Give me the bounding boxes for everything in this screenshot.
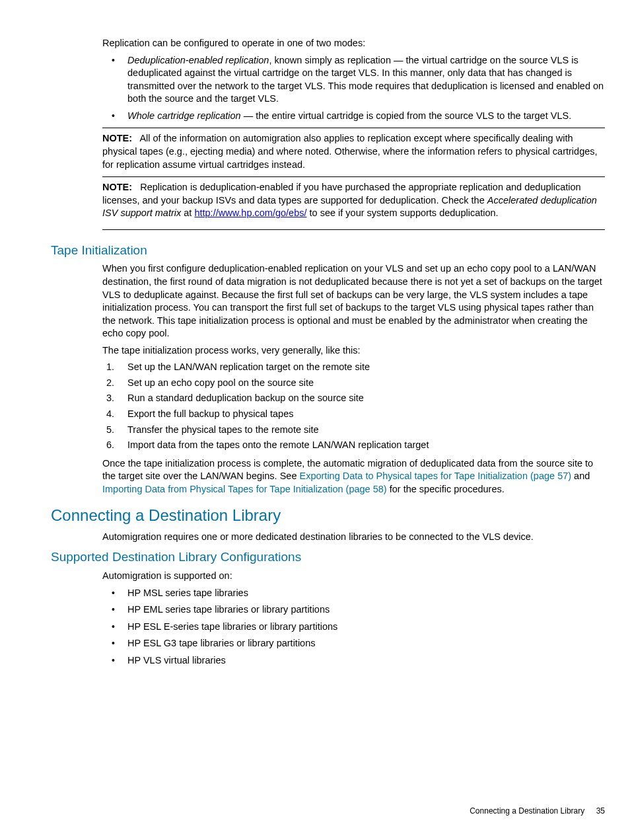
supported-intro: Automigration is supported on: — [102, 570, 605, 583]
mode-item: Deduplication-enabled replication, known… — [102, 54, 605, 106]
mode-term: Whole cartridge replication — [127, 110, 241, 121]
step-item: 5.Transfer the physical tapes to the rem… — [102, 424, 605, 437]
conn-lib-para: Automigration requires one or more dedic… — [102, 531, 605, 544]
note-post: to see if your system supports deduplica… — [306, 208, 498, 218]
supported-item: HP ESL G3 tape libraries or library part… — [102, 637, 605, 650]
step-text: Import data from the tapes onto the remo… — [127, 439, 429, 450]
step-number: 5. — [106, 424, 114, 437]
tape-init-para-1: When you first configure deduplication-e… — [102, 262, 605, 340]
step-item: 6.Import data from the tapes onto the re… — [102, 439, 605, 452]
step-number: 2. — [106, 377, 114, 390]
supported-list: HP MSL series tape libraries HP EML seri… — [102, 587, 605, 668]
step-number: 6. — [106, 439, 114, 452]
step-text: Set up the LAN/WAN replication target on… — [127, 362, 370, 372]
step-text: Transfer the physical tapes to the remot… — [127, 424, 319, 435]
note-block-1: NOTE: All of the information on automigr… — [102, 128, 605, 171]
heading-tape-initialization: Tape Initialization — [51, 242, 605, 259]
note-label: NOTE: — [102, 182, 132, 192]
tape-init-steps: 1.Set up the LAN/WAN replication target … — [102, 361, 605, 451]
note-mid: at — [181, 208, 194, 218]
heading-supported-configs: Supported Destination Library Configurat… — [51, 549, 605, 566]
supported-item: HP VLS virtual libraries — [102, 654, 605, 668]
footer-title: Connecting a Destination Library — [470, 806, 584, 816]
step-text: Set up an echo copy pool on the source s… — [127, 377, 314, 388]
step-text: Run a standard deduplication backup on t… — [127, 393, 364, 403]
supported-item: HP ESL E-series tape libraries or librar… — [102, 621, 605, 634]
step-number: 3. — [106, 392, 114, 405]
link-importing-data[interactable]: Importing Data from Physical Tapes for T… — [102, 484, 387, 494]
intro-paragraph: Replication can be configured to operate… — [102, 37, 605, 50]
p3-mid: and — [571, 471, 590, 481]
supported-item: HP EML series tape libraries or library … — [102, 603, 605, 617]
link-exporting-data[interactable]: Exporting Data to Physical tapes for Tap… — [299, 471, 571, 481]
step-item: 2.Set up an echo copy pool on the source… — [102, 377, 605, 390]
tape-init-para-3: Once the tape initialization process is … — [102, 457, 605, 496]
note-text: NOTE: Replication is deduplication-enabl… — [102, 181, 605, 220]
page-footer: Connecting a Destination Library 35 — [470, 806, 605, 816]
mode-desc: — the entire virtual cartridge is copied… — [241, 110, 572, 121]
page-number: 35 — [596, 806, 605, 816]
step-number: 4. — [106, 408, 114, 421]
mode-term: Deduplication-enabled replication — [127, 55, 269, 65]
note-body: All of the information on automigration … — [102, 133, 598, 169]
tape-init-para-2: The tape initialization process works, v… — [102, 344, 605, 358]
note-block-2: NOTE: Replication is deduplication-enabl… — [102, 176, 605, 230]
note-label: NOTE: — [102, 133, 132, 143]
note-link-external[interactable]: http://www.hp.com/go/ebs/ — [194, 208, 306, 218]
note-text: NOTE: All of the information on automigr… — [102, 132, 605, 171]
heading-connecting-library: Connecting a Destination Library — [51, 505, 605, 526]
step-number: 1. — [106, 361, 114, 374]
mode-item: Whole cartridge replication — the entire… — [102, 110, 605, 123]
step-text: Export the full backup to physical tapes — [127, 408, 293, 419]
supported-item: HP MSL series tape libraries — [102, 587, 605, 600]
step-item: 4.Export the full backup to physical tap… — [102, 408, 605, 421]
modes-list: Deduplication-enabled replication, known… — [102, 54, 605, 123]
p3-post: for the specific procedures. — [387, 484, 505, 494]
step-item: 1.Set up the LAN/WAN replication target … — [102, 361, 605, 374]
step-item: 3.Run a standard deduplication backup on… — [102, 392, 605, 405]
